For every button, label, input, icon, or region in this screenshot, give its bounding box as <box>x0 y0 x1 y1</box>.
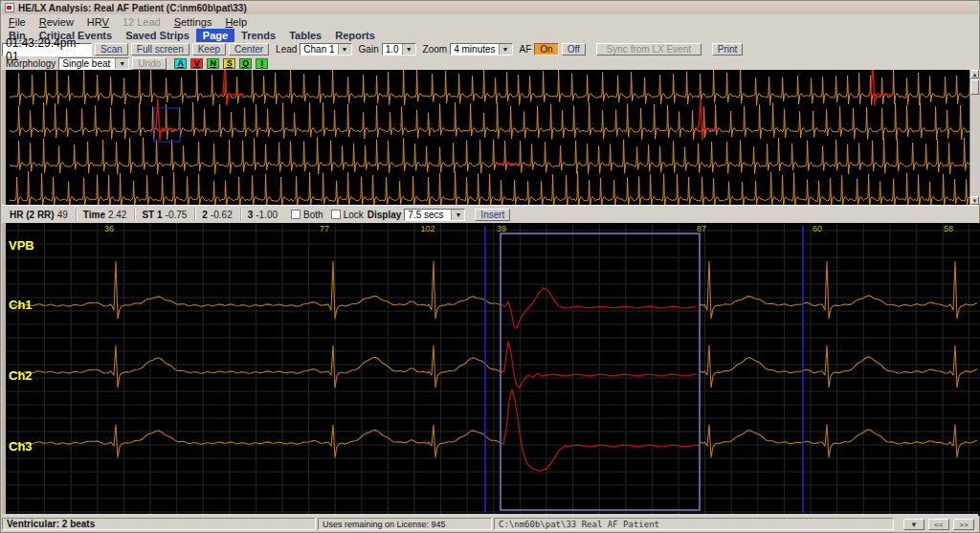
menu-help[interactable]: Help <box>218 15 254 29</box>
print-button[interactable]: Print <box>712 43 744 56</box>
hr-label: HR (2 RR) <box>10 210 55 220</box>
scan-button[interactable]: Scan <box>95 43 128 56</box>
tab-page[interactable]: Page <box>196 29 234 42</box>
measurement-bar: HR (2 RR) 49 Time 2.42 ST 1 -0.75 2 -0.6… <box>2 205 978 223</box>
both-label: Both <box>303 210 323 220</box>
lead-select[interactable]: Chan 1 ▼ <box>300 43 351 56</box>
beat-interval-number: 77 <box>320 224 329 233</box>
gain-select[interactable]: 1.0 ▼ <box>382 43 416 56</box>
overview-scrollbar[interactable]: ▲ ▼ <box>969 70 980 205</box>
app-icon <box>5 3 14 12</box>
st1-label: ST 1 <box>142 210 162 220</box>
menu-12-lead[interactable]: 12 Lead <box>116 15 167 29</box>
st2-value: -0.62 <box>211 210 233 220</box>
chevron-down-icon[interactable]: ▼ <box>499 44 512 55</box>
beat-interval-number: 102 <box>420 224 434 233</box>
zoom-label: Zoom <box>423 44 448 55</box>
status-nav-buttons: ▼<<>> <box>903 519 974 530</box>
morphology-label: Morphology <box>6 58 56 69</box>
sync-lx-event-button[interactable]: Sync from LX Event <box>596 43 702 56</box>
status-patient-path: C:\nm60b\pat\33 Real AF Patient <box>494 518 894 530</box>
lock-label: Lock <box>344 210 364 220</box>
beat-class-button-i[interactable]: I <box>256 58 268 69</box>
window-title: HE/LX Analysis: Real AF Patient (C:\nm60… <box>18 3 247 13</box>
beat-class-button-q[interactable]: Q <box>239 58 252 69</box>
menu-file[interactable]: File <box>2 15 33 29</box>
beat-interval-number: 39 <box>497 224 506 233</box>
insert-button[interactable]: Insert <box>475 209 510 221</box>
tab-tables[interactable]: Tables <box>282 29 328 42</box>
chevron-down-icon[interactable]: ▼ <box>402 44 415 55</box>
zoom-select[interactable]: 4 minutes ▼ <box>450 43 512 56</box>
chevron-down-icon[interactable]: ▼ <box>338 44 351 55</box>
tab-trends[interactable]: Trends <box>234 29 282 42</box>
beat-class-buttons: AVNSQI <box>174 58 272 69</box>
af-off-button[interactable]: Off <box>562 43 586 56</box>
app-window: HE/LX Analysis: Real AF Patient (C:\nm60… <box>0 0 980 533</box>
strip-overview-waveforms <box>6 70 974 205</box>
st1-value: -0.75 <box>166 210 188 220</box>
time-field[interactable]: 01:43:29.4pm-01 <box>2 43 92 56</box>
display-label: Display <box>368 210 402 220</box>
page-forward-button[interactable]: >> <box>953 519 974 530</box>
menu-review[interactable]: Review <box>33 15 80 29</box>
st3-value: -1.00 <box>256 210 278 220</box>
lead-label: Lead <box>276 44 297 55</box>
beat-page-panel[interactable]: VPBCh1Ch2Ch3 367710239876058 <box>2 223 980 516</box>
af-on-button[interactable]: On <box>534 43 558 56</box>
scroll-down-icon[interactable]: ▼ <box>970 196 979 205</box>
morphology-select[interactable]: Single beat ▼ <box>58 57 129 70</box>
page-back-button[interactable]: << <box>928 519 949 530</box>
beat-interval-number: 60 <box>813 224 822 233</box>
center-button[interactable]: Center <box>229 43 269 56</box>
channel-label-ch3: Ch3 <box>9 439 33 454</box>
undo-button[interactable]: Undo <box>132 57 167 70</box>
status-license: Uses remaining on License: 945 <box>318 518 492 530</box>
scroll-up-icon[interactable]: ▲ <box>970 70 979 78</box>
display-select[interactable]: 7.5 secs ▼ <box>404 209 465 221</box>
beat-class-button-s[interactable]: S <box>223 58 235 69</box>
beat-interval-number: 36 <box>104 224 114 233</box>
scrollbar-thumb[interactable] <box>970 79 979 95</box>
channel-label-ch2: Ch2 <box>9 368 33 383</box>
chevron-down-icon[interactable]: ▼ <box>115 58 128 69</box>
st2-label: 2 <box>202 210 208 220</box>
channel-label-vpb: VPB <box>9 238 34 253</box>
tab-reports[interactable]: Reports <box>328 29 382 42</box>
zoom-value: 4 minutes <box>451 44 498 55</box>
hr-value: 49 <box>57 210 68 220</box>
beat-class-button-v[interactable]: V <box>190 58 203 69</box>
time-value: 2.42 <box>108 210 126 220</box>
lock-checkbox[interactable] <box>331 210 341 219</box>
st3-label: 3 <box>248 210 254 220</box>
beat-page-waveforms <box>6 223 980 516</box>
beat-interval-number: 58 <box>944 224 953 233</box>
menu-bar-main: FileReviewHRV12 LeadSettingsHelp <box>2 14 978 30</box>
status-bar: Ventricular: 2 beats Uses remaining on L… <box>2 514 978 531</box>
both-checkbox[interactable] <box>291 210 301 219</box>
channel-label-ch1: Ch1 <box>9 298 33 312</box>
title-bar: HE/LX Analysis: Real AF Patient (C:\nm60… <box>2 1 978 14</box>
status-beat-count: Ventricular: 2 beats <box>2 518 316 530</box>
menu-bar-views: BinCritical EventsSaved StripsPageTrends… <box>2 29 978 42</box>
lead-value: Chan 1 <box>301 44 337 55</box>
beat-class-button-a[interactable]: A <box>174 58 187 69</box>
display-value: 7.5 secs <box>405 210 451 220</box>
menu-settings[interactable]: Settings <box>167 15 219 29</box>
keep-button[interactable]: Keep <box>192 43 226 56</box>
morphology-bar: Morphology Single beat ▼ Undo AVNSQI <box>2 56 978 70</box>
tab-saved-strips[interactable]: Saved Strips <box>119 29 196 42</box>
beat-class-button-n[interactable]: N <box>207 58 219 69</box>
status-dropdown-button[interactable]: ▼ <box>903 519 924 530</box>
gain-value: 1.0 <box>383 44 402 55</box>
strip-overview-panel[interactable]: ▲ ▼ <box>2 70 980 205</box>
af-label: AF <box>520 44 532 55</box>
chevron-down-icon[interactable]: ▼ <box>451 210 464 220</box>
menu-hrv[interactable]: HRV <box>80 15 116 29</box>
time-label: Time <box>83 210 105 220</box>
toolbar: 01:43:29.4pm-01 Scan Full screen Keep Ce… <box>2 42 978 56</box>
full-screen-button[interactable]: Full screen <box>131 43 189 56</box>
gain-label: Gain <box>359 44 379 55</box>
morphology-value: Single beat <box>59 58 115 69</box>
beat-interval-number: 87 <box>697 224 706 233</box>
